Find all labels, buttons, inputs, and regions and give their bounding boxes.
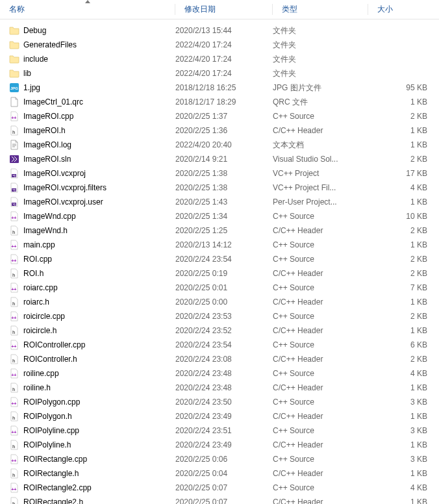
file-size-cell: 2 KB [368, 112, 439, 121]
file-row[interactable]: ImageROI.vcxproj.user2020/2/25 1:43Per-U… [0, 195, 439, 209]
h-icon [9, 411, 19, 422]
file-type-cell: C++ Source [273, 483, 368, 492]
file-date-cell: 2020/2/24 23:50 [175, 397, 273, 407]
file-row[interactable]: ROIRectangle2.cpp2020/2/25 0:07C++ Sourc… [0, 481, 439, 495]
file-row[interactable]: ImageROI.sln2020/2/14 9:21Visual Studio … [0, 152, 439, 166]
file-date-cell: 2020/2/25 0:07 [175, 498, 273, 504]
file-date-cell: 2020/2/25 0:04 [175, 469, 273, 478]
file-name-label: roicircle.h [23, 326, 56, 335]
file-row[interactable]: 1.jpg2018/12/18 16:25JPG 图片文件95 KB [0, 81, 439, 95]
h-icon [9, 497, 19, 504]
file-type-cell: C++ Source [273, 369, 368, 378]
file-row[interactable]: ROIRectangle.cpp2020/2/25 0:06C++ Source… [0, 452, 439, 466]
file-row[interactable]: ImageROI.h2020/2/25 1:36C/C++ Header1 KB [0, 123, 439, 138]
file-name-label: ROIRectangle2.h [23, 498, 83, 504]
file-date-cell: 2020/2/25 0:01 [175, 283, 273, 292]
file-row[interactable]: ImageWnd.h2020/2/25 1:25C/C++ Header2 KB [0, 223, 439, 238]
column-header-type[interactable]: 类型 [273, 0, 368, 19]
file-name-cell: ROI.h [9, 268, 175, 279]
file-date-cell: 2020/2/25 0:07 [175, 483, 273, 492]
file-row[interactable]: roicircle.cpp2020/2/24 23:53C++ Source2 … [0, 309, 439, 323]
file-name-label: roiline.cpp [23, 369, 59, 378]
file-type-cell: C/C++ Header [273, 269, 368, 278]
file-row[interactable]: ImageROI.vcxproj2020/2/25 1:38VC++ Proje… [0, 166, 439, 181]
file-type-cell: C++ Source [273, 340, 368, 349]
file-name-cell: 1.jpg [9, 82, 175, 93]
file-type-cell: C/C++ Header [273, 226, 368, 235]
file-row[interactable]: GeneratedFiles2022/4/20 17:24文件夹 [0, 38, 439, 52]
file-name-cell: ROIPolyline.cpp [9, 425, 175, 436]
file-row[interactable]: roiarc.cpp2020/2/25 0:01C++ Source7 KB [0, 281, 439, 295]
file-row[interactable]: lib2022/4/20 17:24文件夹 [0, 66, 439, 81]
file-type-cell: 文件夹 [273, 68, 368, 79]
file-row[interactable]: include2022/4/20 17:24文件夹 [0, 52, 439, 66]
file-name-label: roiarc.cpp [23, 283, 58, 292]
column-header-row: 名称 修改日期 类型 大小 [0, 0, 439, 19]
file-size-cell: 17 KB [368, 169, 439, 178]
file-name-cell: main.cpp [9, 240, 175, 250]
file-name-cell: ImageROI.vcxproj.user [9, 197, 175, 207]
file-row[interactable]: ImageROI.log2022/4/20 20:40文本文档1 KB [0, 138, 439, 152]
file-name-label: lib [23, 69, 31, 78]
file-size-cell: 2 KB [368, 312, 439, 321]
file-type-cell: C++ Source [273, 283, 368, 292]
file-size-cell: 3 KB [368, 455, 439, 464]
file-date-cell: 2020/2/25 1:38 [175, 183, 273, 192]
file-type-cell: 文件夹 [273, 40, 368, 51]
file-row[interactable]: ROIPolyline.h2020/2/24 23:49C/C++ Header… [0, 438, 439, 452]
cpp-icon [9, 240, 19, 250]
file-name-label: ROIPolygon.cpp [23, 397, 80, 407]
file-name-cell: ImageWnd.h [9, 225, 175, 236]
file-type-cell: C++ Source [273, 212, 368, 221]
file-name-label: ROIPolygon.h [23, 412, 72, 421]
file-name-label: ROIPolyline.cpp [23, 426, 79, 435]
file-row[interactable]: ImageWnd.cpp2020/2/25 1:34C++ Source10 K… [0, 209, 439, 223]
column-header-label: 名称 [9, 4, 25, 15]
vcx-icon [9, 197, 19, 207]
file-date-cell: 2022/4/20 20:40 [175, 140, 273, 149]
file-date-cell: 2020/2/25 1:25 [175, 226, 273, 235]
folder-icon [9, 40, 19, 50]
file-row[interactable]: ROIPolygon.cpp2020/2/24 23:50C++ Source3… [0, 395, 439, 409]
file-row[interactable]: ImageROI.vcxproj.filters2020/2/25 1:38VC… [0, 181, 439, 195]
file-name-label: 1.jpg [23, 83, 40, 92]
column-header-size[interactable]: 大小 [368, 0, 439, 19]
file-row[interactable]: ROIRectangle2.h2020/2/25 0:07C/C++ Heade… [0, 495, 439, 504]
file-date-cell: 2020/2/24 23:48 [175, 369, 273, 378]
file-row[interactable]: roiarc.h2020/2/25 0:00C/C++ Header1 KB [0, 295, 439, 309]
file-row[interactable]: ROIPolygon.h2020/2/24 23:49C/C++ Header1… [0, 409, 439, 423]
column-header-name[interactable]: 名称 [0, 0, 175, 19]
file-row[interactable]: roicircle.h2020/2/24 23:52C/C++ Header1 … [0, 323, 439, 338]
file-type-cell: C/C++ Header [273, 383, 368, 392]
file-size-cell: 2 KB [368, 355, 439, 364]
file-date-cell: 2020/2/13 14:12 [175, 240, 273, 249]
column-header-date[interactable]: 修改日期 [175, 0, 273, 19]
file-name-label: ROIRectangle2.cpp [23, 483, 92, 492]
file-size-cell: 1 KB [368, 297, 439, 307]
file-row[interactable]: ImageCtrl_01.qrc2018/12/17 18:29QRC 文件1 … [0, 95, 439, 109]
file-row[interactable]: ROIRectangle.h2020/2/25 0:04C/C++ Header… [0, 466, 439, 481]
file-name-cell: ROIRectangle2.h [9, 497, 175, 504]
file-row[interactable]: Debug2020/2/13 15:44文件夹 [0, 23, 439, 38]
file-row[interactable]: ImageROI.cpp2020/2/25 1:37C++ Source2 KB [0, 109, 439, 123]
file-row[interactable]: ROIController.h2020/2/24 23:08C/C++ Head… [0, 352, 439, 366]
file-type-cell: C/C++ Header [273, 412, 368, 421]
file-row[interactable]: ROIController.cpp2020/2/24 23:54C++ Sour… [0, 338, 439, 352]
file-date-cell: 2020/2/25 0:19 [175, 269, 273, 278]
txt-icon [9, 140, 19, 150]
h-icon [9, 468, 19, 479]
file-row[interactable]: ROI.cpp2020/2/24 23:54C++ Source2 KB [0, 252, 439, 266]
file-row[interactable]: ROIPolyline.cpp2020/2/24 23:51C++ Source… [0, 423, 439, 438]
file-row[interactable]: ROI.h2020/2/25 0:19C/C++ Header2 KB [0, 266, 439, 281]
file-size-cell: 3 KB [368, 426, 439, 435]
file-type-cell: C/C++ Header [273, 469, 368, 478]
file-size-cell: 1 KB [368, 498, 439, 504]
file-name-cell: roicircle.h [9, 325, 175, 336]
file-name-label: ROI.h [23, 269, 44, 278]
file-row[interactable]: roiline.cpp2020/2/24 23:48C++ Source4 KB [0, 366, 439, 381]
file-name-cell: ImageROI.cpp [9, 111, 175, 121]
file-name-cell: ImageCtrl_01.qrc [9, 97, 175, 107]
file-row[interactable]: main.cpp2020/2/13 14:12C++ Source1 KB [0, 238, 439, 252]
file-date-cell: 2020/2/24 23:51 [175, 426, 273, 435]
file-row[interactable]: roiline.h2020/2/24 23:48C/C++ Header1 KB [0, 381, 439, 395]
